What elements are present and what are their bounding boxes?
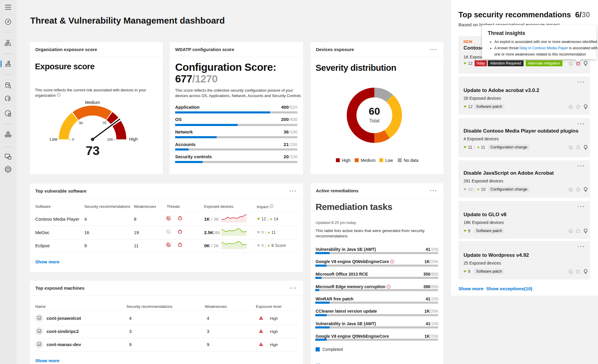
svg-text:Low: Low bbox=[50, 137, 58, 142]
svg-text:70: 70 bbox=[103, 121, 106, 125]
svg-text:Total: Total bbox=[369, 118, 380, 123]
svg-text:60: 60 bbox=[369, 105, 380, 117]
svg-text:100 –: 100 – bbox=[107, 138, 116, 141]
svg-text:30: 30 bbox=[79, 121, 83, 125]
svg-text:– 0: – 0 bbox=[69, 138, 74, 141]
svg-text:Medium: Medium bbox=[85, 100, 100, 105]
svg-text:High: High bbox=[129, 137, 138, 142]
